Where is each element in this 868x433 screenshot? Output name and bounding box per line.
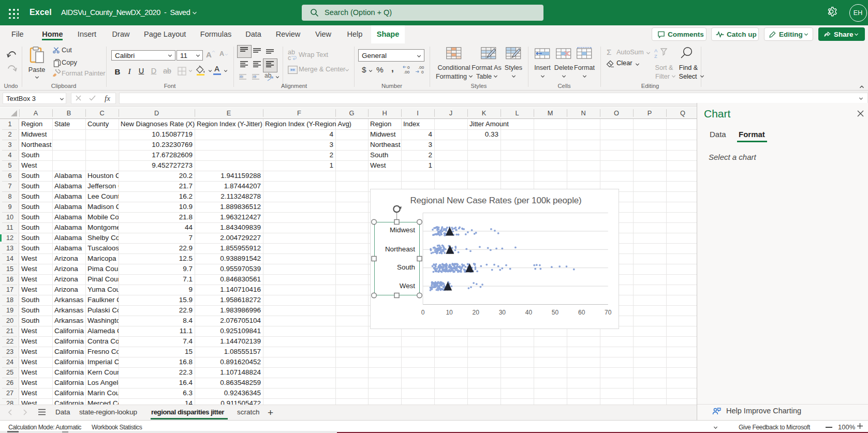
svg-text:.00: .00	[418, 65, 424, 70]
svg-text:A: A	[654, 48, 658, 53]
svg-text:0: 0	[421, 70, 424, 74]
svg-text:0: 0	[407, 65, 410, 70]
svg-text:.00: .00	[404, 70, 410, 74]
svg-text:Z: Z	[654, 53, 657, 59]
